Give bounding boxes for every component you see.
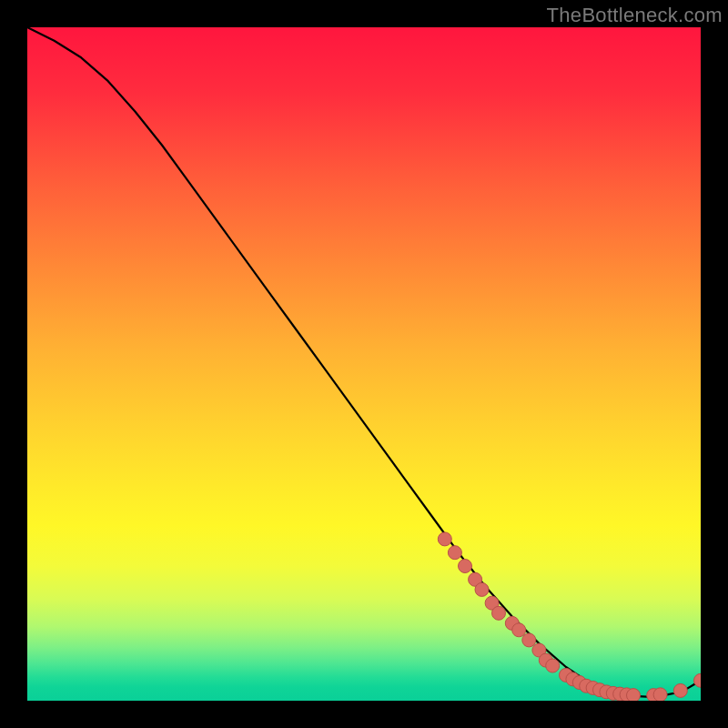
plot-area xyxy=(27,27,701,701)
data-point xyxy=(627,689,641,701)
chart-svg xyxy=(27,27,701,701)
data-point xyxy=(459,560,472,573)
data-point xyxy=(653,688,667,701)
data-point xyxy=(475,582,489,596)
data-points xyxy=(438,532,701,701)
data-point xyxy=(492,606,506,620)
data-point xyxy=(438,532,451,546)
data-point xyxy=(512,623,526,637)
watermark-text: TheBottleneck.com xyxy=(547,4,723,27)
data-point xyxy=(448,546,461,560)
bottleneck-curve xyxy=(27,27,701,697)
chart-stage: TheBottleneck.com xyxy=(0,0,728,728)
data-point xyxy=(694,673,702,687)
data-point xyxy=(546,659,560,672)
data-point xyxy=(522,633,536,647)
data-point xyxy=(673,683,687,697)
